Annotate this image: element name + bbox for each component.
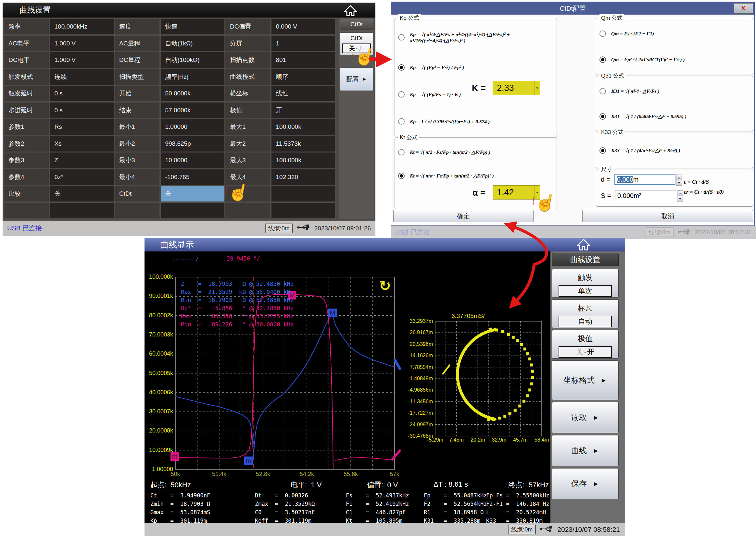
trigger-button[interactable]: 触发 单次 xyxy=(552,269,619,297)
settings-value[interactable]: 0.000 V xyxy=(271,19,335,34)
settings-value[interactable]: 10.0000 xyxy=(161,152,224,168)
extremum-button[interactable]: 极值 关-开 xyxy=(552,330,619,358)
close-button[interactable]: X xyxy=(734,3,753,14)
settings-value[interactable]: 开 xyxy=(271,103,335,118)
kt-radio-0[interactable] xyxy=(398,149,405,155)
ok-button[interactable]: 确定 xyxy=(393,210,533,222)
settings-value[interactable]: 100.000k xyxy=(271,152,335,168)
result-cell: L = 20.5724mH xyxy=(486,509,546,516)
submenu-arrow-icon: ► xyxy=(593,480,599,488)
home-icon[interactable] xyxy=(343,5,357,18)
settings-value[interactable]: 关 xyxy=(50,186,114,201)
settings-value[interactable]: 100.000k xyxy=(271,119,335,135)
settings-value[interactable]: 连续 xyxy=(50,69,114,85)
coord-format-button[interactable]: 坐标格式► xyxy=(552,360,619,400)
q31-radio-0[interactable] xyxy=(599,88,606,94)
settings-value[interactable]: 57.0000k xyxy=(161,103,224,118)
settings-table: 频率100.000kHz速度快速DC偏置0.000 VAC电平1.000 VAC… xyxy=(4,19,335,218)
settings-label: 频率 xyxy=(4,19,49,34)
settings-value[interactable]: 50.0000k xyxy=(161,86,224,101)
cancel-button[interactable]: 取消 xyxy=(582,210,753,222)
settings-value[interactable]: 0 s xyxy=(50,86,114,101)
s-input[interactable]: 0.000m² ▲▼ xyxy=(615,190,676,201)
curve-button[interactable]: 曲线► xyxy=(552,435,619,466)
k-value: 2.33 xyxy=(493,83,534,93)
settings-value[interactable]: Rs xyxy=(50,119,114,135)
circle-y-tick-label: -4.96856m xyxy=(397,387,433,393)
scale-button[interactable]: 标尺 自动 xyxy=(552,299,619,328)
qm-formula-1: Qm = Fp² / ( 2πFsRCT(Fp² − Fs²) ) xyxy=(611,56,685,63)
result-cell: C0 = 3.50217nF xyxy=(255,509,315,516)
settings-label: 扫描类型 xyxy=(115,69,160,85)
settings-value[interactable]: 频率[Hz] xyxy=(161,69,224,85)
settings-value[interactable]: -106.765 xyxy=(161,169,224,185)
spin-up-icon[interactable]: ▲ xyxy=(676,175,682,180)
settings-value[interactable]: 0 s xyxy=(50,103,114,118)
refresh-icon[interactable]: ↻ xyxy=(379,279,391,292)
settings-value[interactable]: 自动(100kΩ) xyxy=(161,52,224,68)
kp-radio-3[interactable] xyxy=(398,118,405,124)
circle-y-tick-label: -24.0997m xyxy=(397,422,433,428)
settings-value[interactable]: Z xyxy=(50,152,114,168)
home-icon[interactable] xyxy=(576,238,591,252)
settings-value[interactable] xyxy=(271,203,335,218)
read-button[interactable]: 读取► xyxy=(552,402,619,433)
settings-value[interactable]: 自动(1kΩ) xyxy=(161,36,224,51)
s-spinner[interactable]: ▲▼ xyxy=(677,190,683,201)
q31-radio-1[interactable] xyxy=(599,113,606,120)
settings-value[interactable]: 102.320 xyxy=(271,169,335,185)
settings-value[interactable] xyxy=(161,203,224,218)
cancel-label: 取消 xyxy=(661,212,674,220)
y-tick-label: 100.000k xyxy=(146,274,173,280)
settings-value[interactable]: 100.000kHz xyxy=(50,19,114,34)
k-combo[interactable]: 2.33 ▾ xyxy=(493,81,540,95)
spin-up-icon[interactable]: ▲ xyxy=(677,190,683,196)
ctdt-toggle-button[interactable]: CtDt 关-开 xyxy=(340,32,374,55)
trace2-scale-label: 20.9450 °/ xyxy=(227,255,260,262)
kp-radio-1[interactable] xyxy=(398,64,405,71)
settings-value[interactable] xyxy=(50,203,114,218)
settings-value[interactable]: 关 xyxy=(161,186,224,201)
kt-formula-1: Kt = √( π/α · Fs/Fp + tan(π/2 · △F/Fp)² … xyxy=(410,173,494,179)
settings-value[interactable]: θz° xyxy=(50,169,114,185)
settings-statusbar: USB 已连接. 线缆:0m 2023/10/07 09:01:26 xyxy=(3,220,376,236)
qm-radio-1[interactable] xyxy=(599,56,606,63)
kp-radio-2[interactable] xyxy=(398,91,405,98)
settings-value[interactable]: 998.625p xyxy=(161,136,224,151)
x-tick-label: 51.4k xyxy=(208,471,231,478)
d-spinner[interactable]: ▲▼ xyxy=(676,175,682,185)
settings-value[interactable] xyxy=(271,186,335,201)
settings-value[interactable]: 1.00000 xyxy=(161,119,224,135)
menu-tab-curve-settings[interactable]: 曲线设置 xyxy=(552,253,619,266)
kp-radio-0[interactable] xyxy=(398,34,405,41)
alpha-combo[interactable]: 1.42 ▾ xyxy=(493,185,540,200)
d-input[interactable]: 0.000m ▲▼ xyxy=(614,174,675,185)
settings-value[interactable]: 1 xyxy=(271,36,335,51)
settings-value[interactable]: 顺序 xyxy=(271,69,335,85)
result-cell: Fp-Fs = 2.55500kHz xyxy=(486,492,549,499)
result-cell: Dt = 0.00326 xyxy=(255,492,308,499)
epsilon-formulas: ε = Ct · d/S εr = Ct · d/(S · ε0) xyxy=(684,177,724,197)
ctdt-config-button[interactable]: 配置► xyxy=(340,67,374,91)
settings-value[interactable]: 1.000 V xyxy=(50,52,114,68)
kt-radio-1[interactable] xyxy=(398,173,405,179)
spin-down-icon[interactable]: ▼ xyxy=(676,180,682,185)
screen: 曲线设置 频率100.000kHz速度快速DC偏置0.000 VAC电平1.00… xyxy=(0,0,756,536)
k33-radio-0[interactable] xyxy=(599,147,606,154)
settings-value[interactable]: 1.000 V xyxy=(50,36,114,51)
settings-value[interactable]: 线性 xyxy=(271,86,335,101)
settings-value[interactable]: 11.5373k xyxy=(271,136,335,151)
tab-ctdt[interactable]: CtDt xyxy=(340,19,374,30)
circle-y-tick-label: 33.2937m xyxy=(397,318,433,324)
settings-label: 最大1 xyxy=(225,119,270,135)
settings-label: 开始 xyxy=(115,86,160,101)
dialog-statusbar: USB 已连接. 线缆:0m 2023/10/07 08:57:31 xyxy=(391,225,756,239)
save-button[interactable]: 保存► xyxy=(552,468,619,499)
qm-radio-0[interactable] xyxy=(599,30,606,37)
settings-value[interactable]: Xs xyxy=(50,136,114,151)
settings-value[interactable]: 801 xyxy=(271,52,335,68)
settings-value[interactable]: 快速 xyxy=(161,19,224,34)
display-statusbar: 线缆:0m 2023/10/07 08:58:21 xyxy=(145,523,625,536)
extremum-label: 极值 xyxy=(552,334,618,344)
spin-down-icon[interactable]: ▼ xyxy=(677,196,683,201)
